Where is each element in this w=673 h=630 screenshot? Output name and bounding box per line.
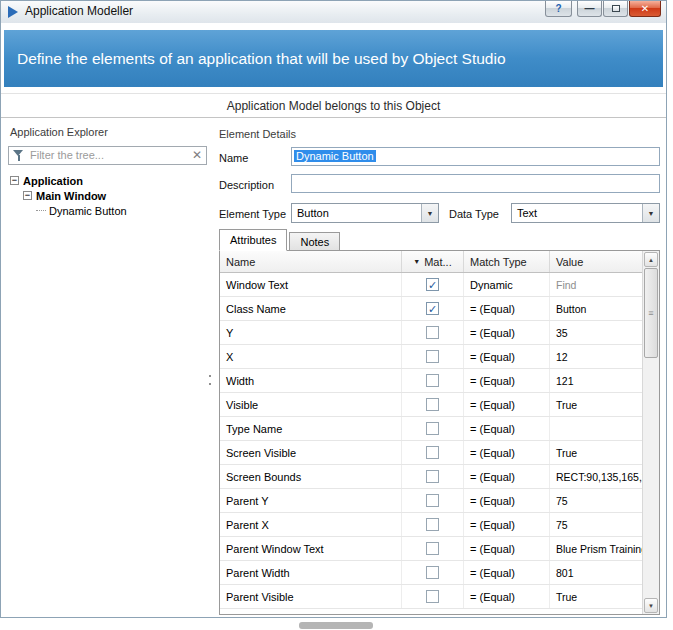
attribute-row[interactable]: Type Name= (Equal): [220, 417, 642, 441]
screen: Application Modeller ? — ✕ Define the el…: [0, 0, 673, 630]
match-checkbox[interactable]: [426, 470, 439, 483]
attribute-name-cell: Visible: [220, 393, 402, 416]
vertical-scrollbar[interactable]: ▲ ▼: [642, 251, 659, 614]
tree-item-application[interactable]: −Application: [8, 173, 207, 188]
match-checkbox[interactable]: [426, 374, 439, 387]
window-controls: ? — ✕: [544, 1, 661, 17]
attribute-match-cell: [402, 561, 464, 584]
attribute-row[interactable]: Parent X= (Equal)75: [220, 513, 642, 537]
data-type-dropdown[interactable]: Text ▼: [511, 203, 660, 223]
attribute-match-cell: [402, 321, 464, 344]
dialog-body: Application Explorer Filter the tree... …: [1, 119, 666, 617]
attribute-name-cell: X: [220, 345, 402, 368]
element-type-dropdown[interactable]: Button ▼: [291, 203, 439, 223]
minimize-button[interactable]: —: [577, 1, 602, 17]
data-type-label: Data Type: [449, 208, 499, 220]
attribute-value-cell: True: [550, 393, 642, 416]
title-bar[interactable]: Application Modeller ? — ✕: [1, 1, 666, 23]
match-checkbox[interactable]: [426, 566, 439, 579]
match-checkbox[interactable]: [426, 518, 439, 531]
match-checkbox[interactable]: [426, 422, 439, 435]
header-match[interactable]: ▼ Mat...: [402, 251, 464, 272]
attribute-match-type-cell: = (Equal): [464, 393, 550, 416]
tree-item-main-window[interactable]: −Main Window: [8, 188, 207, 203]
attribute-name-cell: Width: [220, 369, 402, 392]
attribute-row[interactable]: Parent Window Text= (Equal)Blue Prism Tr…: [220, 537, 642, 561]
filter-placeholder: Filter the tree...: [30, 147, 104, 164]
attribute-match-cell: [402, 489, 464, 512]
help-button[interactable]: ?: [545, 1, 572, 17]
explorer-title: Application Explorer: [10, 126, 207, 138]
attribute-row[interactable]: Parent Y= (Equal)75: [220, 489, 642, 513]
match-checkbox[interactable]: [426, 542, 439, 555]
attribute-match-cell: [402, 393, 464, 416]
match-checkbox[interactable]: [426, 446, 439, 459]
attribute-match-cell: [402, 417, 464, 440]
match-checkbox[interactable]: [426, 590, 439, 603]
scroll-down-icon[interactable]: ▼: [644, 598, 658, 613]
scroll-up-icon[interactable]: ▲: [644, 252, 658, 267]
grid-rows: Window Text✓DynamicFindClass Name✓= (Equ…: [220, 273, 642, 614]
tab-notes[interactable]: Notes: [289, 232, 340, 251]
attribute-row[interactable]: Y= (Equal)35: [220, 321, 642, 345]
attribute-name-cell: Screen Visible: [220, 441, 402, 464]
page-horizontal-scrollbar-thumb[interactable]: [299, 622, 373, 629]
attribute-name-cell: Parent Window Text: [220, 537, 402, 560]
attribute-name-cell: Type Name: [220, 417, 402, 440]
element-type-label: Element Type: [219, 208, 286, 220]
subheader: Application Model belongs to this Object: [1, 93, 666, 118]
clear-filter-icon[interactable]: ✕: [192, 147, 202, 164]
filter-tree-input[interactable]: Filter the tree... ✕: [8, 146, 207, 165]
attribute-match-type-cell: = (Equal): [464, 369, 550, 392]
match-checkbox[interactable]: ✓: [426, 278, 439, 291]
attribute-row[interactable]: X= (Equal)12: [220, 345, 642, 369]
header-value[interactable]: Value: [550, 251, 642, 272]
close-icon: ✕: [641, 3, 649, 14]
tree-item-label: Dynamic Button: [49, 205, 127, 217]
attribute-value-cell: 75: [550, 513, 642, 536]
attribute-match-cell: [402, 513, 464, 536]
match-checkbox[interactable]: [426, 326, 439, 339]
close-button[interactable]: ✕: [629, 1, 661, 17]
attribute-row[interactable]: Visible= (Equal)True: [220, 393, 642, 417]
element-type-value: Button: [297, 204, 329, 222]
match-checkbox[interactable]: [426, 398, 439, 411]
attribute-match-type-cell: = (Equal): [464, 345, 550, 368]
attribute-row[interactable]: Width= (Equal)121: [220, 369, 642, 393]
name-input[interactable]: Dynamic Button: [291, 147, 660, 166]
tree-item-dynamic-button[interactable]: Dynamic Button: [8, 203, 207, 218]
tab-attributes[interactable]: Attributes: [219, 229, 287, 251]
header-name[interactable]: Name: [220, 251, 402, 272]
match-checkbox[interactable]: [426, 350, 439, 363]
filter-icon: [13, 150, 24, 162]
attribute-match-type-cell: = (Equal): [464, 489, 550, 512]
match-checkbox[interactable]: ✓: [426, 302, 439, 315]
maximize-button[interactable]: [603, 1, 628, 17]
match-checkbox[interactable]: [426, 494, 439, 507]
attribute-match-cell: [402, 441, 464, 464]
header-match-type[interactable]: Match Type: [464, 251, 550, 272]
chevron-down-icon[interactable]: ▼: [421, 204, 438, 222]
banner-text: Define the elements of an application th…: [17, 50, 506, 68]
attribute-match-type-cell: = (Equal): [464, 441, 550, 464]
scrollbar-thumb[interactable]: [644, 268, 658, 358]
tree-connector: [36, 210, 46, 211]
collapse-icon[interactable]: −: [10, 176, 19, 185]
data-type-value: Text: [517, 204, 537, 222]
chevron-down-icon[interactable]: ▼: [642, 204, 659, 222]
collapse-icon[interactable]: −: [23, 191, 32, 200]
attribute-row[interactable]: Parent Visible= (Equal)True: [220, 585, 642, 609]
attribute-row[interactable]: Window Text✓DynamicFind: [220, 273, 642, 297]
attribute-name-cell: Screen Bounds: [220, 465, 402, 488]
description-input[interactable]: [291, 174, 660, 193]
attribute-value-cell: 801: [550, 561, 642, 584]
attribute-row[interactable]: Screen Visible= (Equal)True: [220, 441, 642, 465]
attribute-value-cell: 121: [550, 369, 642, 392]
sort-icon: ▼: [413, 258, 420, 265]
attribute-row[interactable]: Class Name✓= (Equal)Button: [220, 297, 642, 321]
application-tree: −Application−Main WindowDynamic Button: [8, 173, 207, 218]
attribute-match-cell: [402, 465, 464, 488]
attribute-row[interactable]: Screen Bounds= (Equal)RECT:90,135,165,21…: [220, 465, 642, 489]
name-value-selected: Dynamic Button: [294, 150, 376, 162]
attribute-row[interactable]: Parent Width= (Equal)801: [220, 561, 642, 585]
